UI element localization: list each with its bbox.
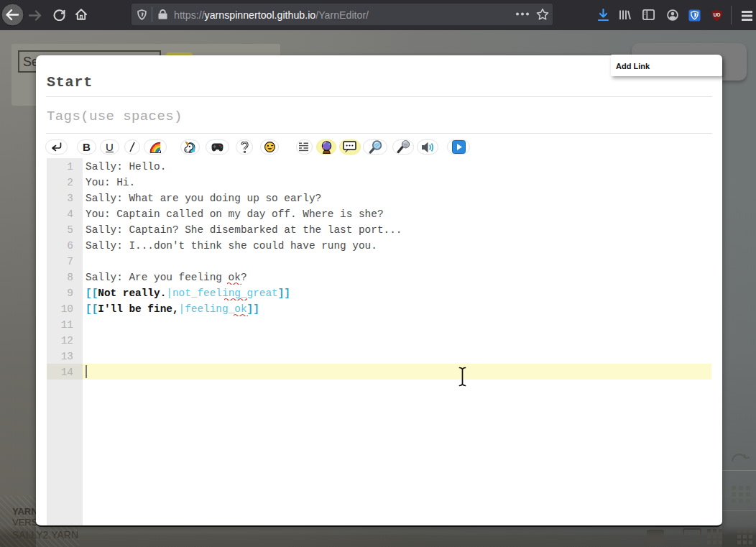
svg-text:UO: UO — [714, 12, 721, 17]
